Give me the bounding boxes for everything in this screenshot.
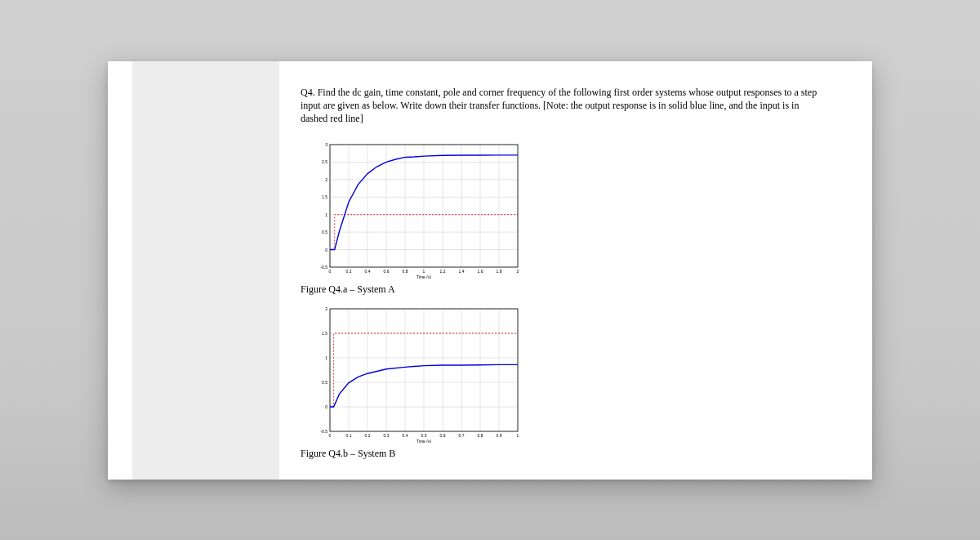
- svg-text:-0.5: -0.5: [320, 429, 327, 434]
- svg-text:0.2: 0.2: [365, 433, 371, 438]
- figure-b-chart: 2 1.5 1 0.5 0 -0.5 0 0.1 0.2 0.3 0.4 0.5…: [315, 304, 823, 443]
- figure-a-chart: 3 2.5 2 1.5 1 0.5 0 -0.5 0 0.2 0.4 0.6 0…: [315, 140, 823, 279]
- svg-text:1.4: 1.4: [459, 269, 465, 274]
- svg-text:0: 0: [329, 433, 332, 438]
- svg-text:0.6: 0.6: [440, 433, 446, 438]
- svg-text:1: 1: [517, 433, 519, 438]
- figure-a-caption: Figure Q4.a – System A: [301, 283, 823, 296]
- page-content: Q4. Find the dc gain, time constant, pol…: [279, 61, 872, 480]
- svg-text:2.5: 2.5: [322, 159, 327, 164]
- question-text: Q4. Find the dc gain, time constant, pol…: [301, 86, 823, 126]
- svg-text:2: 2: [325, 177, 327, 182]
- svg-text:1: 1: [423, 269, 425, 274]
- svg-text:0.4: 0.4: [403, 433, 408, 438]
- svg-text:1.2: 1.2: [440, 269, 446, 274]
- figure-b-caption: Figure Q4.b – System B: [301, 448, 823, 460]
- svg-text:0.8: 0.8: [478, 433, 483, 438]
- document-page: Q4. Find the dc gain, time constant, pol…: [108, 61, 872, 480]
- svg-text:0.6: 0.6: [384, 269, 390, 274]
- svg-text:0.1: 0.1: [346, 433, 352, 438]
- x-axis-label-a: Time (s): [416, 274, 431, 279]
- svg-text:1.8: 1.8: [497, 269, 502, 274]
- svg-text:0.8: 0.8: [403, 269, 408, 274]
- svg-text:2: 2: [325, 306, 327, 311]
- svg-text:0: 0: [329, 269, 332, 274]
- svg-text:0: 0: [325, 404, 327, 409]
- svg-text:1.5: 1.5: [322, 194, 327, 199]
- svg-text:0.4: 0.4: [365, 269, 371, 274]
- svg-text:1: 1: [325, 212, 327, 217]
- svg-text:0.9: 0.9: [497, 433, 502, 438]
- x-axis-label-b: Time (s): [416, 439, 431, 443]
- svg-text:0.2: 0.2: [346, 269, 352, 274]
- svg-text:1.6: 1.6: [478, 269, 483, 274]
- svg-text:0.5: 0.5: [322, 380, 327, 385]
- left-sidebar: [108, 61, 279, 480]
- svg-text:-0.5: -0.5: [320, 265, 327, 270]
- svg-text:0: 0: [325, 248, 327, 252]
- svg-text:0.5: 0.5: [322, 230, 327, 234]
- svg-text:0.3: 0.3: [384, 433, 390, 438]
- svg-text:1: 1: [325, 355, 327, 360]
- svg-text:3: 3: [325, 142, 327, 147]
- svg-text:0.5: 0.5: [421, 433, 427, 438]
- svg-text:1.5: 1.5: [322, 331, 327, 336]
- svg-text:2: 2: [517, 269, 519, 274]
- svg-text:0.7: 0.7: [459, 433, 465, 438]
